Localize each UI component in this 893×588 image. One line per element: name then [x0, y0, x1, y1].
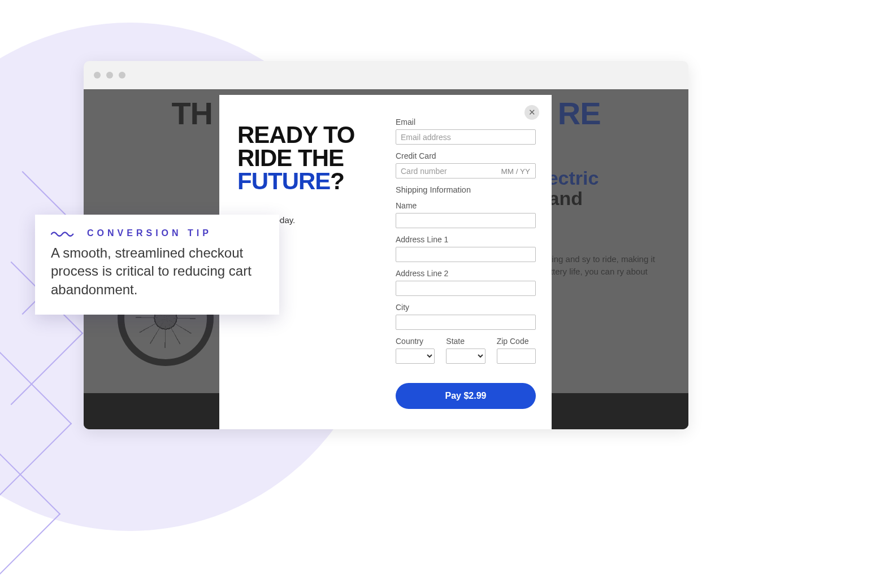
address2-input[interactable]: [396, 281, 536, 296]
headline-line1: READY TO: [237, 121, 355, 148]
email-label: Email: [396, 117, 536, 127]
city-input[interactable]: [396, 315, 536, 330]
zip-label: Zip Code: [497, 337, 536, 346]
tip-label: CONVERSION TIP: [87, 228, 212, 238]
conversion-tip-card: CONVERSION TIP A smooth, streamlined che…: [35, 215, 279, 315]
state-select[interactable]: [446, 349, 485, 364]
pay-button[interactable]: Pay $2.99: [396, 383, 536, 409]
checkout-form: ✕ Email Credit Card MM / YY Shipping Inf…: [396, 117, 536, 418]
headline-question: ?: [330, 168, 344, 194]
country-label: Country: [396, 337, 435, 346]
close-icon: ✕: [528, 107, 536, 117]
name-label: Name: [396, 201, 536, 210]
state-label: State: [446, 337, 485, 346]
email-input[interactable]: [396, 129, 536, 145]
modal-headline: READY TO RIDE THE FUTURE?: [237, 123, 373, 193]
card-number-input[interactable]: [396, 163, 536, 178]
traffic-light-dot: [106, 72, 113, 79]
headline-line2: RIDE THE: [237, 145, 344, 171]
address2-label: Address Line 2: [396, 269, 536, 278]
browser-titlebar: [84, 61, 688, 89]
traffic-light-dot: [94, 72, 101, 79]
card-label: Credit Card: [396, 151, 536, 160]
city-label: City: [396, 303, 536, 312]
address1-input[interactable]: [396, 247, 536, 262]
shipping-section-label: Shipping Information: [396, 185, 536, 194]
squiggle-icon: [51, 229, 78, 237]
address1-label: Address Line 1: [396, 235, 536, 244]
close-button[interactable]: ✕: [524, 105, 539, 120]
country-select[interactable]: [396, 349, 435, 364]
name-input[interactable]: [396, 213, 536, 228]
traffic-light-dot: [119, 72, 125, 79]
headline-line3: FUTURE: [237, 168, 330, 194]
zip-input[interactable]: [497, 349, 536, 364]
tip-body: A smooth, streamlined checkout process i…: [51, 244, 263, 299]
